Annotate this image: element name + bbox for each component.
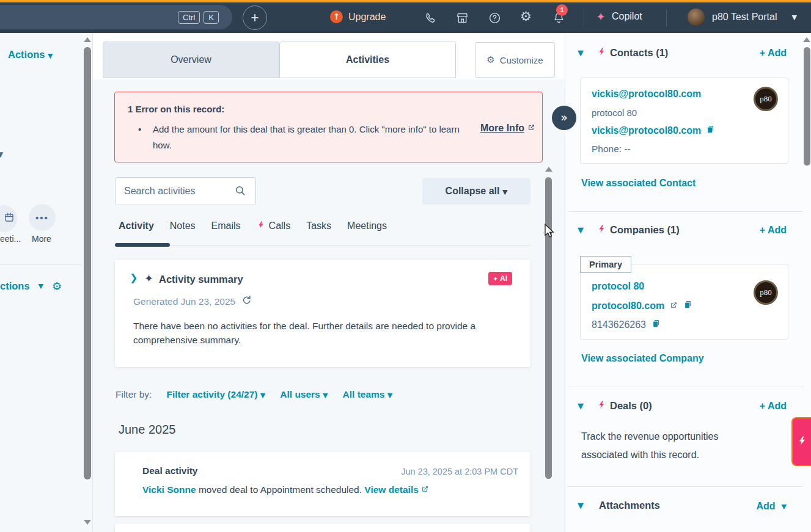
contacts-title: Contacts (1) [610,47,668,59]
contact-name-link[interactable]: vickis@protocol80.com [592,89,701,100]
left-scrollbar-thumb[interactable] [84,47,91,479]
chevron-down-icon[interactable]: ▼ [39,282,43,290]
copilot-sparkle-icon: ✦ [596,10,606,23]
ctrl-keycap: Ctrl [178,11,200,24]
company-avatar: p80 [754,280,778,305]
activity-subtabs: Activity Notes Emails Calls Tasks Meetin… [119,220,387,232]
notification-badge: 1 [556,4,568,16]
error-title: 1 Error on this record: [128,104,224,114]
subtab-tasks[interactable]: Tasks [306,220,331,232]
filter-users-label: All users [280,389,320,399]
copy-icon[interactable] [683,300,692,312]
error-message: Add the amount for this deal that is gre… [153,122,475,153]
sidebar-scrollbar-thumb[interactable] [804,47,810,166]
chevron-down-icon: ▼ [502,188,507,196]
chevron-down-icon[interactable]: ▼ [578,501,584,510]
marketplace-icon[interactable] [456,12,469,27]
generated-label: Generated Jun 23, 2025 [133,296,235,307]
collapse-panel-button[interactable]: » [552,106,576,130]
hubspot-deal-record-page: Ctrl K + ↑ Upgrade ⚙ 1 ✦ Copilot [0,0,811,532]
chevron-down-icon[interactable]: ▼ [578,48,584,57]
tab-activities[interactable]: Activities [279,42,456,78]
gear-icon[interactable]: ⚙ [52,280,62,293]
active-subtab-underline [115,243,170,247]
deals-section-header: ▼ Deals (0) [578,399,652,412]
upgrade-button[interactable]: ↑ Upgrade [330,10,386,23]
external-link-icon[interactable] [670,301,678,312]
subtab-notes[interactable]: Notes [170,220,196,232]
add-attachment-dropdown[interactable]: Add ▼ [756,501,787,512]
chevron-down-icon[interactable]: ▼ [0,150,3,159]
contact-avatar: p80 [754,87,778,111]
calling-icon[interactable] [424,12,437,27]
external-link-icon [421,484,429,495]
contact-email-link[interactable]: vickis@protocol80.com [592,125,701,136]
divider [568,486,803,487]
summary-title: Activity summary [159,274,243,285]
scrollbar-up-arrow[interactable] [545,167,552,172]
filter-users-dropdown[interactable]: All users ▼ [280,389,328,400]
divider [568,211,803,212]
subtab-emails[interactable]: Emails [211,220,241,232]
account-menu[interactable]: p80 Test Portal ▼ [688,9,797,26]
deal-activity-action: moved deal to Appointment scheduled. [199,484,362,495]
portal-name: p80 Test Portal [712,12,777,23]
filter-activity-dropdown[interactable]: Filter activity (24/27) ▼ [166,389,265,400]
company-name-link[interactable]: protocol 80 [592,281,644,292]
subtab-activity[interactable]: Activity [119,220,154,232]
scrollbar-down-arrow[interactable] [84,520,91,525]
feed-scrollbar-thumb[interactable] [545,177,552,479]
refresh-icon[interactable] [241,295,252,308]
subtab-calls[interactable]: Calls [257,220,291,232]
add-company-button[interactable]: + Add [760,225,787,236]
deal-activity-timestamp: Jun 23, 2025 at 2:03 PM CDT [401,467,518,476]
copy-icon[interactable] [651,319,661,330]
bullet-icon: • [138,122,141,137]
create-new-button[interactable]: + [243,5,267,30]
chevron-down-icon[interactable]: ▼ [578,225,584,235]
error-banner: 1 Error on this record: • Add the amount… [114,92,543,162]
filter-by-label: Filter by: [116,389,152,400]
actions-dropdown-truncated[interactable]: ctions [0,280,30,292]
view-associated-company-link[interactable]: View associated Company [581,353,704,364]
add-deal-button[interactable]: + Add [760,401,787,412]
more-button[interactable]: ••• [29,204,56,231]
ai-badge: ✦ AI [488,272,512,285]
global-search-input[interactable]: Ctrl K [0,5,232,29]
actions-dropdown[interactable]: Actions ▼ [8,49,53,60]
help-icon[interactable] [488,12,501,27]
copilot-edge-tab[interactable] [791,417,811,466]
sparkle-icon: ✦ [493,275,498,282]
ellipsis-icon: ••• [35,213,49,223]
more-label: More [32,234,51,244]
subtab-meetings[interactable]: Meetings [347,220,387,232]
chevron-down-icon[interactable]: ▼ [578,401,584,410]
customize-button[interactable]: ⚙ Customize [475,42,555,78]
bolt-icon [597,399,606,412]
filter-teams-dropdown[interactable]: All teams ▼ [343,389,393,400]
view-details-link[interactable]: View details [364,484,421,495]
copilot-button[interactable]: ✦ Copilot [596,10,642,23]
copy-icon[interactable] [706,125,715,136]
collapse-all-button[interactable]: Collapse all ▼ [422,178,530,205]
actor-link[interactable]: Vicki Sonne [142,484,196,495]
contact-card[interactable]: vickis@protocol80.com p80 protocol 80 vi… [580,78,788,164]
add-contact-button[interactable]: + Add [760,48,787,59]
chevron-down-icon: ▼ [48,52,53,60]
search-icon [235,185,246,199]
company-domain-link[interactable]: protocol80.com [592,301,664,312]
meeting-button[interactable] [0,205,17,232]
scrollbar-up-arrow[interactable] [84,37,91,42]
attachments-section-header: ▼ Attachments [578,500,660,511]
more-info-link[interactable]: More Info [480,123,535,134]
error-message-line1: Add the amount for this deal that is gre… [153,124,427,134]
view-associated-contact-link[interactable]: View associated Contact [581,178,695,189]
tab-overview[interactable]: Overview [103,42,279,78]
activity-summary-card: ❯ ✦ Activity summary ✦ AI Generated Jun … [115,260,530,367]
chevron-right-icon[interactable]: ❯ [130,272,138,283]
month-header: June 2025 [119,423,175,437]
tab-overview-label: Overview [171,54,211,65]
settings-icon[interactable]: ⚙ [520,9,532,24]
company-card[interactable]: protocol 80 p80 protocol80.com 814362626… [580,264,788,340]
scrollbar-up-arrow[interactable] [803,37,810,42]
